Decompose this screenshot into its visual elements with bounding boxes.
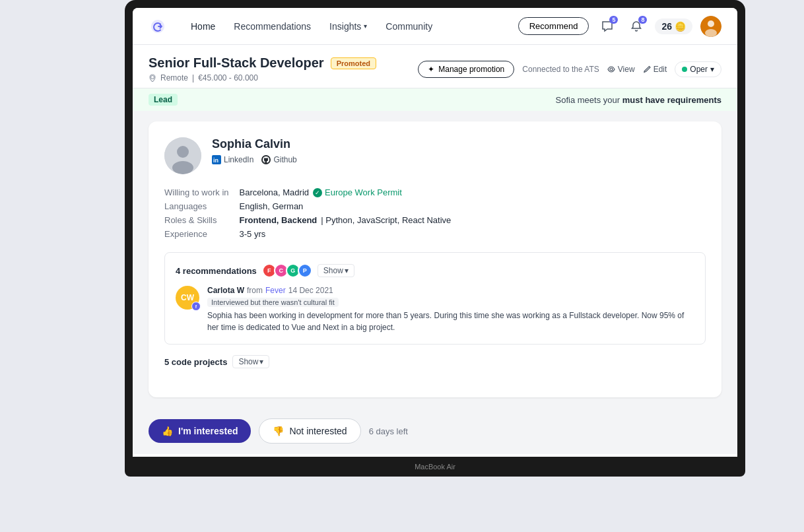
meets-requirements: Sofia meets your must have requirements: [556, 95, 721, 105]
user-avatar[interactable]: [700, 16, 721, 37]
work-permit: ✓ Europe Work Permit: [313, 187, 402, 197]
roles-bold: Frontend, Backend: [240, 215, 318, 225]
code-projects-show-button[interactable]: Show ▾: [232, 355, 269, 368]
svg-point-1: [708, 20, 714, 27]
chevron-down-icon: ▾: [364, 22, 367, 30]
job-actions: ✦ Manage promotion Connected to the ATS …: [418, 61, 721, 78]
rec-avatar-badge: f: [191, 302, 201, 311]
roles-label: Roles & Skills: [164, 215, 229, 225]
languages-value: English, German: [240, 201, 706, 211]
chevron-down-icon: ▾: [259, 357, 263, 366]
rec-show-button[interactable]: Show ▾: [318, 264, 354, 277]
languages-label: Languages: [164, 201, 229, 211]
svg-point-4: [610, 68, 613, 71]
bell-button[interactable]: 8: [626, 16, 647, 37]
social-links: in LinkedIn Github: [212, 155, 706, 164]
view-button[interactable]: View: [607, 65, 635, 74]
chat-button[interactable]: 5: [597, 16, 618, 37]
job-salary: €45.000 - 60.000: [198, 73, 258, 83]
candidate-avatar: [164, 137, 201, 174]
experience-label: Experience: [164, 229, 229, 239]
rec-text: Sophia has been working in development f…: [207, 310, 694, 333]
nav-community[interactable]: Community: [378, 17, 440, 36]
laptop-screen-inner: Home Recommendations Insights ▾ Communit…: [133, 8, 737, 457]
laptop-frame: Home Recommendations Insights ▾ Communit…: [0, 0, 804, 532]
rec-company: Fever: [265, 286, 286, 295]
rec-avatar-3: P: [298, 263, 312, 278]
recommend-button[interactable]: Recommend: [518, 17, 589, 35]
linkedin-link[interactable]: in LinkedIn: [212, 155, 253, 164]
edit-button[interactable]: Edit: [643, 65, 667, 74]
lead-tag: Lead: [149, 94, 178, 106]
svg-point-2: [705, 29, 717, 37]
github-link[interactable]: Github: [261, 155, 296, 164]
code-projects-section: 5 code projects Show ▾: [164, 355, 706, 368]
rec-item: CW f Carlota W from Fever 14 Dec 2021: [176, 286, 694, 333]
oper-status-button[interactable]: Oper ▾: [675, 61, 721, 77]
not-interested-button[interactable]: 👎 Not interested: [259, 418, 360, 444]
rec-content: Carlota W from Fever 14 Dec 2021 Intervi…: [207, 286, 694, 333]
navbar: Home Recommendations Insights ▾ Communit…: [133, 8, 737, 45]
rec-count: 4 recommendations: [176, 266, 257, 276]
candidate-name: Sophia Calvin: [212, 137, 706, 151]
roles-value: Frontend, Backend | Python, JavaScript, …: [240, 215, 706, 225]
chat-badge: 5: [609, 16, 618, 24]
job-header: Senior Full-Stack Developer Promoted Rem…: [133, 45, 737, 88]
connected-ats: Connected to the ATS: [522, 65, 599, 74]
job-location: Remote: [160, 73, 188, 83]
nav-home[interactable]: Home: [183, 17, 223, 36]
svg-text:in: in: [213, 157, 218, 164]
chevron-down-icon: ▾: [345, 266, 349, 275]
coins-display: 26 🪙: [655, 18, 692, 34]
must-have-text: must have requirements: [622, 95, 721, 105]
job-title-area: Senior Full-Stack Developer Promoted Rem…: [149, 55, 376, 83]
nav-recommendations[interactable]: Recommendations: [226, 17, 319, 36]
action-buttons: 👍 I'm interested 👎 Not interested 6 days…: [133, 408, 737, 454]
svg-point-3: [151, 76, 154, 79]
willing-to-work-value: Barcelona, Madrid ✓ Europe Work Permit: [240, 187, 706, 197]
candidate-header: Sophia Calvin in LinkedIn: [164, 137, 706, 174]
bell-badge: 8: [638, 16, 647, 24]
nav-links: Home Recommendations Insights ▾ Communit…: [183, 17, 518, 36]
job-title: Senior Full-Stack Developer: [149, 55, 324, 71]
chevron-down-icon: ▾: [710, 65, 714, 74]
rec-tag: Interviewed but there wasn't cultural fi…: [207, 298, 339, 307]
svg-point-6: [177, 146, 189, 158]
candidate-info: Sophia Calvin in LinkedIn: [212, 137, 706, 164]
interested-button[interactable]: 👍 I'm interested: [149, 419, 251, 443]
rec-avatars: F C G P: [262, 263, 312, 278]
macbook-bottom-bar: MacBook Air: [125, 457, 745, 477]
candidate-details: Willing to work in Barcelona, Madrid ✓ E…: [164, 187, 706, 239]
coin-icon: 🪙: [675, 21, 686, 32]
thumbs-up-icon: 👍: [162, 426, 173, 436]
job-title-row: Senior Full-Stack Developer Promoted: [149, 55, 376, 71]
experience-value: 3-5 yrs: [240, 229, 706, 239]
rec-item-avatar: CW f: [176, 286, 199, 310]
candidate-card: Sophia Calvin in LinkedIn: [149, 121, 721, 397]
days-left: 6 days left: [369, 426, 408, 436]
manage-promo-button[interactable]: ✦ Manage promotion: [418, 61, 514, 78]
rec-reviewer-name: Carlota W: [207, 286, 244, 295]
willing-to-work-label: Willing to work in: [164, 187, 229, 197]
rec-tag-row: Interviewed but there wasn't cultural fi…: [207, 298, 694, 307]
laptop-screen-outer: Home Recommendations Insights ▾ Communit…: [125, 0, 745, 457]
promoted-badge: Promoted: [331, 57, 376, 69]
main-content: Lead Sofia meets your must have requirem…: [133, 88, 737, 454]
code-projects-label: 5 code projects: [164, 357, 227, 367]
nav-insights[interactable]: Insights ▾: [321, 17, 375, 36]
logo-icon[interactable]: [149, 17, 167, 36]
svg-point-7: [172, 161, 193, 174]
navbar-right: Recommend 5 8 26: [518, 16, 721, 37]
rec-header: 4 recommendations F C G P Show ▾: [176, 263, 694, 278]
lead-banner: Lead Sofia meets your must have requirem…: [133, 88, 737, 111]
recommendations-section: 4 recommendations F C G P Show ▾: [164, 252, 706, 345]
check-icon: ✓: [313, 188, 322, 197]
job-subtitle: Remote | €45.000 - 60.000: [149, 73, 376, 83]
macbook-label: MacBook Air: [415, 463, 455, 471]
rec-meta: Carlota W from Fever 14 Dec 2021: [207, 286, 694, 295]
status-dot: [682, 67, 687, 72]
thumbs-down-icon: 👎: [273, 426, 284, 436]
